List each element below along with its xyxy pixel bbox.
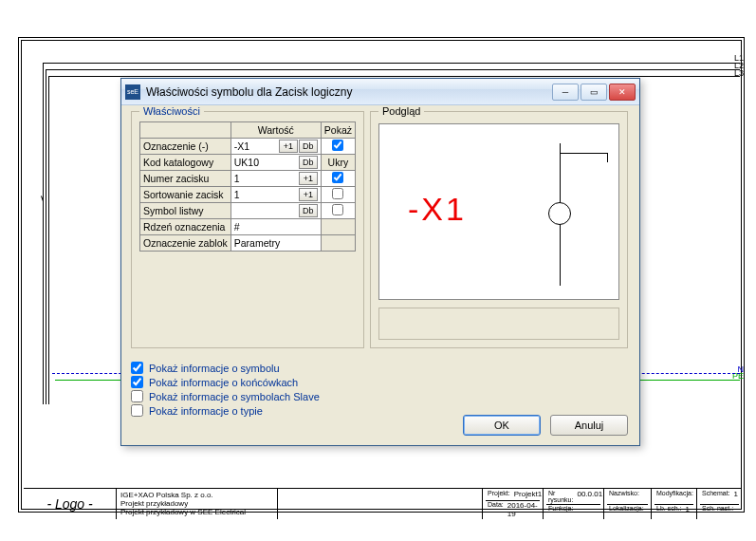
option-label: Pokaż informacje o symbolach Slave bbox=[149, 391, 320, 402]
property-label: Kod katalogowy bbox=[140, 155, 231, 171]
properties-legend: Właściwości bbox=[139, 105, 204, 117]
preview-canvas: -X1 bbox=[378, 123, 619, 300]
option-row[interactable]: Pokaż informacje o symbolu bbox=[131, 362, 364, 374]
dialog-title: Właściwości symbolu dla Zacisk logiczny bbox=[146, 85, 552, 99]
maximize-button[interactable]: ▭ bbox=[581, 84, 607, 101]
wire-label-l3: L3 bbox=[734, 68, 744, 78]
property-show-cell[interactable]: Ukry bbox=[321, 155, 355, 171]
wire bbox=[43, 63, 44, 404]
wire bbox=[48, 76, 740, 77]
wire bbox=[46, 69, 740, 70]
property-grid[interactable]: Wartość Pokaż Oznaczenie (-)-X1+1DbKod k… bbox=[139, 121, 356, 252]
property-value-cell[interactable]: UK10Db bbox=[230, 155, 321, 171]
property-value[interactable]: 1 bbox=[234, 189, 298, 200]
property-label: Oznaczenie zablok bbox=[140, 235, 231, 252]
spacer-cell bbox=[277, 488, 482, 519]
property-row[interactable]: Kod katalogowyUK10DbUkry bbox=[140, 155, 356, 171]
property-show-cell[interactable] bbox=[321, 219, 355, 235]
property-value-cell[interactable]: 1+1 bbox=[230, 187, 321, 203]
increment-button[interactable]: +1 bbox=[279, 140, 298, 153]
property-value-cell[interactable]: Parametry bbox=[230, 235, 321, 252]
ok-button[interactable]: OK bbox=[463, 415, 541, 436]
project-cell: Projekt:Projekt1 Data:2016-04-19 bbox=[482, 488, 543, 519]
property-row[interactable]: Sortowanie zacisk1+1 bbox=[140, 187, 356, 203]
display-options: Pokaż informacje o symboluPokaż informac… bbox=[131, 360, 364, 419]
properties-dialog: seE Właściwości symbolu dla Zacisk logic… bbox=[120, 78, 640, 446]
property-label: Numer zacisku bbox=[140, 171, 231, 187]
logo-cell: - Logo - bbox=[24, 488, 116, 519]
cancel-button[interactable]: Anuluj bbox=[550, 415, 628, 436]
app-icon: seE bbox=[125, 84, 140, 100]
property-value[interactable]: -X1 bbox=[234, 140, 278, 152]
title-block: - Logo - IGE+XAO Polska Sp. z o.o. Proje… bbox=[24, 488, 742, 519]
loc-cell: Nazwisko: Lokalizacja: bbox=[603, 488, 651, 519]
property-show-cell[interactable] bbox=[321, 235, 355, 252]
property-value-cell[interactable]: Db bbox=[230, 203, 321, 219]
property-value-cell[interactable]: 1+1 bbox=[230, 171, 321, 187]
header-show: Pokaż bbox=[321, 122, 355, 139]
option-label: Pokaż informacje o symbolu bbox=[149, 363, 280, 374]
wire bbox=[46, 69, 46, 404]
preview-legend: Podgląd bbox=[378, 105, 424, 117]
property-label: Oznaczenie (-) bbox=[140, 139, 231, 155]
preview-tick bbox=[607, 153, 608, 162]
property-row[interactable]: Symbol listwyDb bbox=[140, 203, 356, 219]
option-label: Pokaż informacje o typie bbox=[149, 405, 263, 417]
property-value[interactable]: # bbox=[234, 221, 318, 233]
property-show-cell[interactable] bbox=[321, 171, 355, 187]
property-value[interactable]: Parametry bbox=[234, 237, 318, 249]
preview-symbol-text: -X1 bbox=[408, 191, 467, 228]
db-button[interactable]: Db bbox=[299, 156, 318, 169]
wire bbox=[43, 63, 740, 64]
option-row[interactable]: Pokaż informacje o końcówkach bbox=[131, 376, 364, 388]
increment-button[interactable]: +1 bbox=[299, 172, 318, 185]
property-show-cell[interactable] bbox=[321, 139, 355, 155]
minimize-button[interactable]: ─ bbox=[552, 84, 579, 101]
option-checkbox[interactable] bbox=[131, 376, 143, 388]
property-row[interactable]: Numer zacisku1+1 bbox=[140, 171, 356, 187]
property-show-cell[interactable] bbox=[321, 187, 355, 203]
option-row[interactable]: Pokaż informacje o typie bbox=[131, 404, 364, 417]
option-row[interactable]: Pokaż informacje o symbolach Slave bbox=[131, 390, 364, 402]
show-checkbox[interactable] bbox=[332, 204, 343, 215]
property-show-cell[interactable] bbox=[321, 203, 355, 219]
property-value[interactable]: 1 bbox=[234, 173, 298, 184]
property-label: Symbol listwy bbox=[140, 203, 231, 219]
option-checkbox[interactable] bbox=[131, 362, 143, 374]
property-row[interactable]: Oznaczenie zablokParametry bbox=[140, 235, 356, 252]
schem-cell: Schemat:1 Sch. nast.: bbox=[696, 488, 742, 519]
preview-circle bbox=[548, 202, 571, 225]
close-button[interactable]: ✕ bbox=[609, 84, 636, 101]
header-value: Wartość bbox=[230, 122, 321, 139]
property-value-cell[interactable]: # bbox=[230, 219, 321, 235]
property-value[interactable]: UK10 bbox=[234, 157, 298, 168]
option-checkbox[interactable] bbox=[131, 404, 143, 417]
property-row[interactable]: Oznaczenie (-)-X1+1Db bbox=[140, 139, 356, 155]
show-checkbox[interactable] bbox=[332, 188, 343, 199]
description-cell: IGE+XAO Polska Sp. z o.o. Projekt przykł… bbox=[116, 488, 277, 519]
properties-group: Właściwości Wartość Pokaż Oznaczenie (-)… bbox=[131, 111, 364, 348]
increment-button[interactable]: +1 bbox=[299, 188, 318, 201]
property-label: Rdzeń oznaczenia bbox=[140, 219, 231, 235]
switch-symbol bbox=[43, 190, 81, 218]
preview-line-h bbox=[560, 153, 607, 154]
db-button[interactable]: Db bbox=[299, 204, 318, 217]
option-checkbox[interactable] bbox=[131, 390, 143, 402]
titlebar[interactable]: seE Właściwości symbolu dla Zacisk logic… bbox=[121, 79, 639, 105]
mod-cell: Modyfikacja: Lb. sch.:1 bbox=[651, 488, 696, 519]
option-label: Pokaż informacje o końcówkach bbox=[149, 377, 298, 388]
property-row[interactable]: Rdzeń oznaczenia# bbox=[140, 219, 356, 235]
show-checkbox[interactable] bbox=[332, 140, 343, 151]
wire-label-n: N bbox=[738, 364, 745, 374]
preview-group: Podgląd -X1 bbox=[370, 111, 628, 348]
wire bbox=[48, 76, 49, 404]
preview-info bbox=[378, 308, 619, 340]
drawno-cell: Nr rysunku:00.0.01 Funkcja: bbox=[543, 488, 603, 519]
property-value-cell[interactable]: -X1+1Db bbox=[230, 139, 321, 155]
db-button[interactable]: Db bbox=[299, 140, 318, 153]
property-label: Sortowanie zacisk bbox=[140, 187, 231, 203]
show-checkbox[interactable] bbox=[332, 172, 343, 183]
